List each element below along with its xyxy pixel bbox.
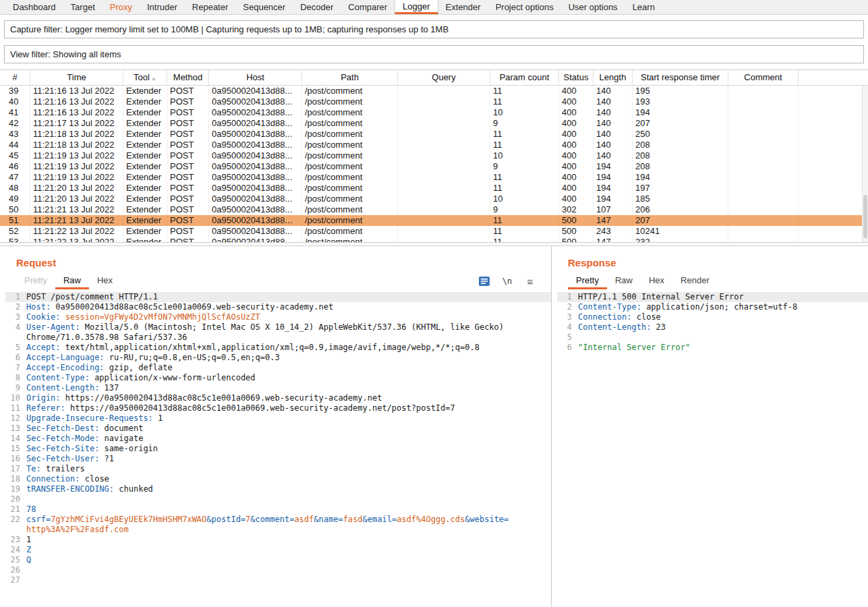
wrap-lines-icon[interactable]: [478, 275, 490, 287]
line-number: 23: [5, 535, 20, 545]
view-filter-bar[interactable]: View filter: Showing all items: [4, 45, 864, 63]
table-scrollbar-thumb[interactable]: [863, 195, 867, 238]
column-label: Query: [432, 72, 455, 82]
tab-learn[interactable]: Learn: [625, 0, 662, 14]
column-header-path[interactable]: Path: [302, 70, 398, 85]
column-header-status[interactable]: Status: [559, 70, 594, 85]
tab-repeater[interactable]: Repeater: [185, 0, 235, 14]
cell-comment: [728, 194, 799, 204]
request-editor[interactable]: 1POST /post/comment HTTP/1.12Host: 0a950…: [5, 292, 551, 585]
cell-host: 0a9500020413d88...: [209, 86, 302, 96]
tab-logger[interactable]: Logger: [395, 0, 438, 14]
table-row[interactable]: 4011:21:16 13 Jul 2022ExtenderPOST0a9500…: [0, 96, 868, 107]
cell-path: /post/comment: [302, 172, 398, 183]
response-tab-raw[interactable]: Raw: [607, 273, 641, 289]
table-row[interactable]: 5111:21:21 13 Jul 2022ExtenderPOST0a9500…: [0, 215, 868, 226]
cell-time: 11:21:16 13 Jul 2022: [30, 96, 123, 107]
table-row[interactable]: 4211:21:17 13 Jul 2022ExtenderPOST0a9500…: [0, 118, 868, 129]
cell-param: 11: [490, 215, 559, 226]
table-row[interactable]: 4511:21:19 13 Jul 2022ExtenderPOST0a9500…: [0, 150, 868, 161]
column-header-comment[interactable]: Comment: [728, 70, 799, 85]
show-newlines-icon[interactable]: \n: [501, 275, 513, 287]
column-header-start-response-timer[interactable]: Start response timer: [633, 70, 728, 85]
line-number: 4: [557, 322, 572, 333]
cell-query: [398, 172, 490, 183]
response-tab-pretty[interactable]: Pretty: [568, 273, 607, 289]
column-header-time[interactable]: Time: [30, 70, 123, 85]
capture-filter-bar[interactable]: Capture filter: Logger memory limit set …: [4, 20, 864, 38]
column-header-host[interactable]: Host: [209, 70, 302, 85]
editor-line: 14Sec-Fetch-Mode: navigate: [5, 434, 551, 444]
cell-comment: [728, 86, 799, 96]
editor-line: 4User-Agent: Mozilla/5.0 (Macintosh; Int…: [5, 322, 551, 343]
response-tab-render[interactable]: Render: [672, 273, 718, 289]
tab-target[interactable]: Target: [63, 0, 103, 14]
tab-proxy[interactable]: Proxy: [103, 0, 140, 14]
table-row[interactable]: 5011:21:21 13 Jul 2022ExtenderPOST0a9500…: [0, 204, 868, 215]
cell-length: 140: [594, 129, 633, 140]
table-row[interactable]: 4811:21:20 13 Jul 2022ExtenderPOST0a9500…: [0, 183, 868, 194]
cell-status: 400: [559, 107, 594, 118]
tab-extender[interactable]: Extender: [438, 0, 488, 14]
line-number: 8: [5, 373, 20, 383]
table-row[interactable]: 4411:21:18 13 Jul 2022ExtenderPOST0a9500…: [0, 140, 868, 150]
cell-status: 400: [559, 161, 594, 172]
table-row[interactable]: 4711:21:19 13 Jul 2022ExtenderPOST0a9500…: [0, 172, 868, 183]
column-header-tool[interactable]: Tool▲: [123, 70, 167, 85]
line-content: Accept-Language: ru-RU,ru;q=0.8,en-US;q=…: [26, 353, 509, 363]
column-label: Host: [246, 72, 264, 82]
line-number: 26: [5, 565, 20, 575]
tab-comparer[interactable]: Comparer: [341, 0, 395, 14]
editor-menu-icon[interactable]: ≡: [524, 275, 536, 287]
tab-dashboard[interactable]: Dashboard: [5, 0, 63, 14]
column-header-query[interactable]: Query: [398, 70, 490, 85]
table-row[interactable]: 4111:21:16 13 Jul 2022ExtenderPOST0a9500…: [0, 107, 868, 118]
request-tab-raw[interactable]: Raw: [55, 273, 89, 289]
request-tab-pretty[interactable]: Pretty: [16, 273, 55, 289]
table-row[interactable]: 4911:21:20 13 Jul 2022ExtenderPOST0a9500…: [0, 194, 868, 204]
cell-length: 147: [594, 237, 633, 242]
cell-comment: [728, 161, 799, 172]
column-header-length[interactable]: Length: [594, 70, 633, 85]
column-header-method[interactable]: Method: [167, 70, 209, 85]
cell-length: 194: [594, 172, 633, 183]
editor-line: 10Origin: https://0a9500020413d88ac08c5c…: [5, 393, 551, 403]
cell-query: [398, 215, 490, 226]
column-label: Path: [341, 72, 359, 82]
cell-time: 11:21:16 13 Jul 2022: [30, 86, 123, 96]
line-content: Te: trailers: [26, 464, 509, 474]
table-scrollbar[interactable]: [862, 86, 868, 242]
table-row[interactable]: 4611:21:19 13 Jul 2022ExtenderPOST0a9500…: [0, 161, 868, 172]
cell-status: 400: [559, 194, 594, 204]
table-row[interactable]: 5211:21:22 13 Jul 2022ExtenderPOST0a9500…: [0, 226, 868, 237]
table-row[interactable]: 5311:21:22 13 Jul 2022ExtenderPOST0a9500…: [0, 237, 868, 242]
line-number: 25: [5, 555, 20, 565]
tab-project-options[interactable]: Project options: [488, 0, 561, 14]
cell-num: 47: [0, 172, 30, 183]
table-row[interactable]: 4311:21:18 13 Jul 2022ExtenderPOST0a9500…: [0, 129, 868, 140]
cell-param: 9: [490, 204, 559, 215]
response-editor[interactable]: 1HTTP/1.1 500 Internal Server Error2Cont…: [557, 292, 868, 353]
cell-status: 400: [559, 129, 594, 140]
table-row[interactable]: 3911:21:16 13 Jul 2022ExtenderPOST0a9500…: [0, 86, 868, 96]
tab-intruder[interactable]: Intruder: [140, 0, 185, 14]
sort-ascending-icon: ▲: [151, 76, 156, 82]
line-number: 4: [5, 322, 20, 343]
line-content: [578, 333, 868, 343]
tab-decoder[interactable]: Decoder: [293, 0, 341, 14]
column-label: Start response timer: [641, 72, 720, 82]
column-header-[interactable]: #: [0, 70, 30, 85]
cell-timer: 197: [633, 183, 728, 194]
tab-user-options[interactable]: User options: [561, 0, 625, 14]
column-label: #: [12, 72, 17, 82]
tab-sequencer[interactable]: Sequencer: [235, 0, 293, 14]
column-header-param-count[interactable]: Param count: [490, 70, 559, 85]
cell-tool: Extender: [123, 215, 167, 226]
cell-comment: [728, 172, 799, 183]
response-tab-hex[interactable]: Hex: [641, 273, 672, 289]
line-content: Q: [26, 555, 509, 565]
line-content: Sec-Fetch-Dest: document: [26, 424, 509, 434]
editor-line: 13Sec-Fetch-Dest: document: [5, 424, 551, 434]
request-tab-hex[interactable]: Hex: [89, 273, 121, 289]
cell-num: 49: [0, 194, 30, 204]
